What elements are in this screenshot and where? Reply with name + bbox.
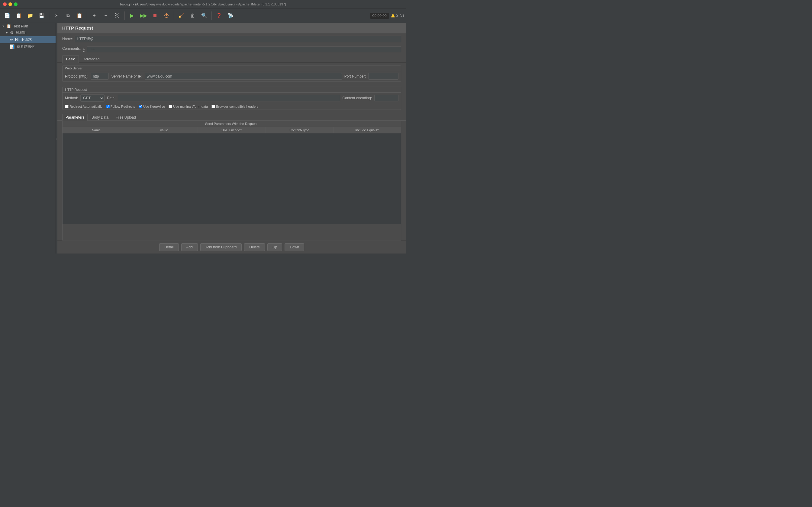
- comments-collapse[interactable]: ▲ ▼: [83, 47, 85, 53]
- http-panel: HTTP Request Name: Comments: ▲ ▼ ⋯⋯: [57, 23, 406, 253]
- tab-body-data[interactable]: Body Data: [88, 114, 112, 121]
- sidebar-item-testplan[interactable]: ▼ 📋 Test Plan: [0, 23, 56, 29]
- minimize-button[interactable]: [8, 2, 12, 6]
- name-input[interactable]: [74, 36, 401, 42]
- sidebar-item-viewresults[interactable]: 📊 察看结果树: [0, 43, 56, 50]
- close-button[interactable]: [3, 2, 7, 6]
- tab-advanced[interactable]: Advanced: [80, 55, 103, 63]
- keepalive-checkbox[interactable]: Use KeepAlive: [139, 105, 165, 108]
- web-server-section: Web Server Protocol [http]: Server Name …: [62, 65, 401, 82]
- col-contenttype: Content-Type: [266, 127, 334, 133]
- copy-button[interactable]: ⧉: [62, 10, 73, 21]
- timer-display: 00:00:00: [370, 13, 389, 19]
- stop-button[interactable]: ⏹: [150, 10, 160, 21]
- remote-button[interactable]: 📡: [225, 10, 236, 21]
- warning-badge: ⚠️ 0: [391, 13, 398, 17]
- add-row-button[interactable]: Add: [181, 243, 198, 251]
- cut-button[interactable]: ✂: [51, 10, 62, 21]
- warning-icon: ⚠️: [391, 13, 395, 17]
- http-request-title: HTTP Request: [62, 87, 401, 93]
- path-label: Path:: [107, 96, 115, 100]
- window-controls: [3, 2, 17, 6]
- comments-label: Comments:: [62, 47, 81, 51]
- table-header: Name Value URL Encode? Content-Type Incl…: [62, 127, 401, 133]
- port-label: Port Number:: [344, 74, 366, 78]
- maximize-button[interactable]: [14, 2, 17, 6]
- panel-title: HTTP Request: [62, 25, 93, 31]
- multipart-label: Use multipart/form-data: [173, 105, 208, 108]
- method-label: Method:: [65, 96, 78, 100]
- sep2: [87, 11, 87, 20]
- multipart-input[interactable]: [168, 105, 172, 108]
- viewresults-icon: 📊: [10, 44, 14, 49]
- duplicate-button[interactable]: ⛓: [112, 10, 123, 21]
- save-button[interactable]: 💾: [36, 10, 47, 21]
- add-clipboard-button[interactable]: Add from Clipboard: [200, 243, 242, 251]
- name-label: Name:: [62, 37, 73, 41]
- run-button[interactable]: ▶: [126, 10, 138, 21]
- new-button[interactable]: 📄: [2, 10, 13, 21]
- run-no-pause-button[interactable]: ▶▶: [138, 10, 149, 21]
- sep4: [174, 11, 174, 20]
- follow-redirects-input[interactable]: [106, 105, 110, 108]
- name-row: Name:: [62, 36, 401, 42]
- search-toolbar-button[interactable]: 🔍: [199, 10, 210, 21]
- table-body: [62, 133, 401, 224]
- clear-button[interactable]: 🧹: [176, 10, 187, 21]
- help-button[interactable]: ❓: [214, 10, 224, 21]
- protocol-input[interactable]: [91, 73, 109, 80]
- follow-redirects-label: Follow Redirects: [111, 105, 135, 108]
- up-button[interactable]: Up: [267, 243, 282, 251]
- keepalive-label: Use KeepAlive: [143, 105, 165, 108]
- threadgroup-label: 线程组: [16, 30, 27, 35]
- run-counter: 0/1: [400, 14, 404, 17]
- main-layout: ▼ 📋 Test Plan ▼ ⚙ 线程组 ✏ HTTP请求 📊 察看结果树 H…: [0, 23, 406, 253]
- toolbar-right: 00:00:00 ⚠️ 0 0/1: [370, 13, 404, 19]
- multipart-checkbox[interactable]: Use multipart/form-data: [168, 105, 208, 108]
- remove-button[interactable]: －: [100, 10, 111, 21]
- open-button[interactable]: 📁: [25, 10, 36, 21]
- collapse-up-icon: ▲: [83, 47, 85, 50]
- server-input[interactable]: [145, 73, 342, 80]
- redirect-auto-input[interactable]: [65, 105, 68, 108]
- sidebar-item-httprequest[interactable]: ✏ HTTP请求: [0, 36, 56, 43]
- port-input[interactable]: [368, 73, 398, 80]
- web-server-title: Web Server: [62, 65, 401, 71]
- clear-all-button[interactable]: 🗑: [187, 10, 198, 21]
- browser-compat-input[interactable]: [211, 105, 215, 108]
- method-select[interactable]: GET POST PUT DELETE HEAD OPTIONS PATCH: [80, 95, 105, 102]
- down-button[interactable]: Down: [285, 243, 304, 251]
- tab-files-upload[interactable]: Files Upload: [112, 114, 139, 121]
- col-name: Name: [62, 127, 130, 133]
- encoding-label: Content encoding:: [343, 96, 372, 100]
- col-includeequals: Include Equals?: [334, 127, 401, 133]
- col-urlencode: URL Encode?: [198, 127, 265, 133]
- sidebar-item-threadgroup[interactable]: ▼ ⚙ 线程组: [0, 29, 56, 36]
- param-tabs: Parameters Body Data Files Upload: [57, 112, 406, 121]
- tab-basic[interactable]: Basic: [62, 55, 79, 63]
- http-request-section: HTTP Request Method: GET POST PUT DELETE…: [62, 87, 401, 110]
- tab-parameters[interactable]: Parameters: [62, 114, 88, 121]
- browser-compat-checkbox[interactable]: Browser-compatible headers: [211, 105, 258, 108]
- detail-button[interactable]: Detail: [159, 243, 179, 251]
- browser-compat-label: Browser-compatible headers: [216, 105, 258, 108]
- sep5: [211, 11, 212, 20]
- redirect-auto-checkbox[interactable]: Redirect Automatically: [65, 105, 102, 108]
- delete-row-button[interactable]: Delete: [244, 243, 265, 251]
- add-button[interactable]: ＋: [89, 10, 100, 21]
- keepalive-input[interactable]: [139, 105, 142, 108]
- shutdown-button[interactable]: ⏻: [161, 10, 172, 21]
- bottom-buttons: Detail Add Add from Clipboard Delete Up …: [57, 240, 406, 253]
- httprequest-label: HTTP请求: [15, 37, 32, 42]
- paste-button[interactable]: 📋: [74, 10, 85, 21]
- encoding-input[interactable]: [374, 95, 398, 101]
- testplan-icon: 📋: [6, 24, 11, 29]
- templates-button[interactable]: 📋: [13, 10, 24, 21]
- follow-redirects-checkbox[interactable]: Follow Redirects: [106, 105, 135, 108]
- server-label: Server Name or IP:: [111, 74, 142, 78]
- path-input[interactable]: [118, 95, 340, 101]
- arrow-icon: ▼: [5, 32, 8, 35]
- comments-content[interactable]: ⋯⋯: [87, 47, 401, 52]
- threadgroup-icon: ⚙: [10, 31, 14, 35]
- checkboxes-row: Redirect Automatically Follow Redirects …: [62, 104, 401, 110]
